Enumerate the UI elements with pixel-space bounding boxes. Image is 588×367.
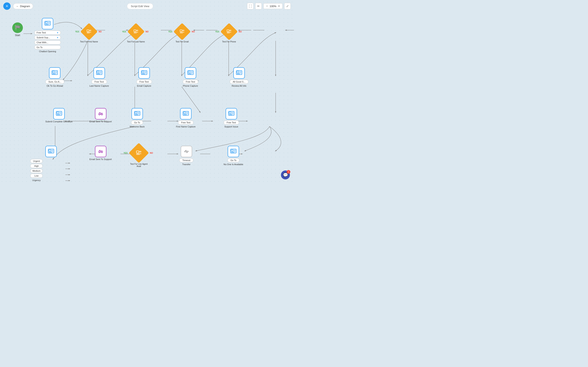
chatbot-opening-label: Chatbot Opening xyxy=(39,50,56,53)
welcome-back-pill: Go To xyxy=(131,120,143,125)
svg-rect-110 xyxy=(183,112,186,114)
first-name-capture-node[interactable]: Free Text First Name Capture xyxy=(176,108,196,128)
svg-rect-116 xyxy=(229,112,231,114)
option-free-text-label: Free Text xyxy=(36,31,46,34)
zoom-level: 100% xyxy=(269,5,276,8)
svg-rect-135 xyxy=(231,150,233,151)
canvas: 🏁 Start Free Text ▼ xyxy=(0,12,294,184)
start-node[interactable]: 🏁 Start xyxy=(12,22,23,37)
no-one-pill: Go To xyxy=(227,158,240,162)
option-free-text[interactable]: Free Text ▼ xyxy=(34,31,61,35)
urgency-options-node: Urgent High Medium Low Urgency xyxy=(30,159,43,182)
ok-go-ahead-pill: Sure, Go A... xyxy=(45,80,64,84)
phone-capture-node[interactable]: Free Text Phone Capture xyxy=(183,67,198,87)
test-phone-node[interactable]: YES NO Test For Phone xyxy=(221,24,237,43)
chatbot-opening-node[interactable]: Free Text ▼ Submit Sup... ▼ Chat With...… xyxy=(34,18,61,53)
email-sent1-label: Email Sent To Support xyxy=(89,120,112,123)
support-issue-node[interactable]: Free Text Support Issue xyxy=(224,108,239,128)
svg-rect-65 xyxy=(52,71,54,73)
urgency-icon xyxy=(45,146,57,157)
toolbar-center: Script Edit View xyxy=(33,3,247,9)
first-name-pill: Free Text xyxy=(178,120,194,125)
submit-complete-icon xyxy=(53,108,65,119)
svg-rect-104 xyxy=(135,112,137,114)
test-email-label: Test For Email xyxy=(176,41,189,43)
email-sent-support1-node[interactable]: Email Sent To Support xyxy=(89,108,112,123)
transfer-pill: Timeout xyxy=(179,158,193,162)
toolbar-left: + ← Diagram xyxy=(3,2,33,10)
transfer-node[interactable]: Timeout Transfer xyxy=(179,146,193,166)
dropdown-arrow-2: ▼ xyxy=(57,36,59,39)
transfer-label: Transfer xyxy=(182,163,190,166)
no-one-available-node[interactable]: Go To No One Is Available xyxy=(224,146,243,166)
email-sent-support2-node[interactable]: Email Sent To Support xyxy=(89,146,112,160)
option-submit-sup-label: Submit Sup... xyxy=(36,36,50,39)
email-capture-label: Email Capture xyxy=(137,85,151,87)
review-all-info-icon xyxy=(233,67,245,79)
svg-rect-71 xyxy=(97,71,99,73)
svg-rect-54 xyxy=(180,30,182,32)
fullscreen-button[interactable]: ⤢ xyxy=(284,3,291,9)
test-last-name-node[interactable]: YES NO Test For Last Name xyxy=(127,24,145,43)
zoom-control: − 100% + xyxy=(263,3,283,9)
start-label: Start xyxy=(15,34,20,37)
zoom-in-button[interactable]: + xyxy=(278,4,280,8)
welcome-back-node[interactable]: Go To Welcome Back xyxy=(130,108,145,128)
test-email-node[interactable]: YES NO Test For Email xyxy=(174,24,190,43)
phone-capture-pill: Free Text xyxy=(183,80,198,84)
svg-rect-59 xyxy=(227,30,229,32)
urgency-low[interactable]: Low xyxy=(30,174,43,178)
urgency-high[interactable]: High xyxy=(30,164,43,168)
welcome-back-label: Welcome Back xyxy=(130,125,145,128)
edit-button[interactable]: ✏ xyxy=(255,3,262,9)
test-live-agent-node[interactable]: YES NO Test For Live Agent Avail xyxy=(130,144,148,167)
ok-go-ahead-label: Ok To Go Ahead xyxy=(47,85,63,87)
first-name-capture-label: First Name Capture xyxy=(176,125,196,128)
back-label: Diagram xyxy=(20,5,30,8)
ok-go-ahead-icon xyxy=(49,67,61,79)
add-button[interactable]: + xyxy=(3,2,11,10)
test-first-name-node[interactable]: YES NO Test For First Name xyxy=(80,24,98,43)
script-edit-view-label: Script Edit View xyxy=(127,3,153,9)
support-issue-icon xyxy=(226,108,237,119)
email-capture-pill: Free Text xyxy=(136,80,152,84)
chat-bubble[interactable]: 💬 2 xyxy=(281,170,290,179)
no-one-available-icon xyxy=(228,146,239,157)
submit-complete-label: Submit Complete GoodBye xyxy=(45,120,72,123)
last-name-icon xyxy=(94,67,105,79)
support-issue-label: Support Issue xyxy=(224,125,238,128)
option-chat-with-label: Chat With... xyxy=(36,41,48,44)
option-chat-with[interactable]: Chat With... xyxy=(34,40,61,44)
test-live-agent-label: Test For Live Agent Avail xyxy=(130,163,148,167)
submit-complete-node[interactable]: Submit Complete GoodBye xyxy=(45,108,72,123)
email-capture-node[interactable]: Free Text Email Capture xyxy=(136,67,152,87)
welcome-back-icon xyxy=(131,108,143,119)
last-name-label: Last Name Capture xyxy=(89,85,109,87)
review-all-info-label: Review All Info xyxy=(232,85,246,87)
back-arrow-icon: ← xyxy=(16,5,19,8)
transfer-icon xyxy=(181,146,192,157)
test-phone-label: Test For Phone xyxy=(222,41,236,43)
svg-rect-77 xyxy=(142,71,144,73)
test-last-name-label: Test For Last Name xyxy=(127,41,145,43)
ok-to-go-ahead-node[interactable]: Sure, Go A... Ok To Go Ahead xyxy=(45,67,64,87)
support-issue-pill: Free Text xyxy=(224,120,239,125)
toolbar-right: ⛶ ✏ − 100% + ⤢ xyxy=(247,3,291,9)
review-all-info-node[interactable]: All Good S... Review All Info xyxy=(230,67,249,87)
back-button[interactable]: ← Diagram xyxy=(13,3,33,9)
email-sent2-icon xyxy=(95,146,106,157)
review-all-info-pill: All Good S... xyxy=(230,80,249,84)
urgency-urgent[interactable]: Urgent xyxy=(30,159,43,163)
dropdown-arrow: ▼ xyxy=(57,32,59,34)
phone-capture-label: Phone Capture xyxy=(183,85,198,87)
email-capture-icon xyxy=(138,67,150,79)
last-name-pill: Free Text xyxy=(91,80,107,84)
option-go-to[interactable]: Go To xyxy=(34,45,61,49)
expand-button[interactable]: ⛶ xyxy=(247,3,254,9)
urgency-icon-node[interactable] xyxy=(45,146,57,157)
last-name-capture-node[interactable]: Free Text Last Name Capture xyxy=(89,67,109,87)
svg-rect-122 xyxy=(49,150,51,151)
urgency-medium[interactable]: Medium xyxy=(30,169,43,173)
zoom-out-button[interactable]: − xyxy=(266,4,268,8)
option-submit-sup[interactable]: Submit Sup... ▼ xyxy=(34,35,61,40)
